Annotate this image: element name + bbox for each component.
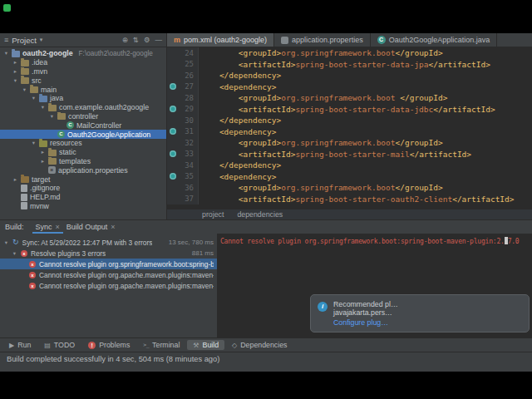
code-text[interactable]: <groupId>org.springframework.boot</group… — [199, 48, 443, 57]
chevron-icon[interactable]: ▾ — [49, 113, 55, 120]
tool-button-run[interactable]: ▶Run — [3, 340, 37, 350]
tree-item-resources[interactable]: ▾resources — [0, 139, 166, 148]
tree-item-help-md[interactable]: HELP.md — [0, 193, 166, 202]
code-text[interactable]: <groupId>org.springframework.boot</group… — [199, 138, 443, 147]
build-content: ▾↻Sync: At 5/29/2022 12:47 PM with 3 err… — [0, 234, 532, 337]
chevron-icon[interactable]: ▾ — [31, 140, 37, 146]
build-tree-item[interactable]: Cannot resolve plugin org.springframewor… — [0, 259, 217, 269]
chevron-icon[interactable]: ▾ — [12, 250, 17, 257]
code-text[interactable]: </dependency> — [199, 71, 281, 80]
dependency-gutter-icon[interactable] — [170, 128, 176, 135]
dependency-gutter-icon[interactable] — [170, 150, 176, 157]
code-text[interactable]: <artifactId>spring-boot-starter-data-jpa… — [199, 60, 490, 69]
build-tree-item[interactable]: Cannot resolve plugin org.apache.maven.p… — [0, 269, 217, 280]
build-tree-item[interactable]: ▾Resolve plugins 3 errors881 ms — [0, 248, 217, 259]
tree-item-controller[interactable]: ▾controller — [0, 112, 166, 121]
build-tab-build-output[interactable]: Build Output× — [63, 220, 119, 234]
tree-item-mvnw[interactable]: mvnw — [0, 202, 166, 211]
chevron-icon[interactable]: ▾ — [12, 77, 18, 84]
chevron-down-icon[interactable]: ▾ — [40, 37, 43, 43]
status-message: Build completed successfully in 4 sec, 5… — [7, 355, 219, 363]
tree-item-idea[interactable]: ▸.idea — [0, 58, 166, 67]
tree-item-templates[interactable]: ▸templates — [0, 157, 166, 166]
close-tab-icon[interactable]: × — [111, 223, 115, 231]
tree-item-java[interactable]: ▾java — [0, 94, 166, 103]
code-text[interactable]: <artifactId>spring-boot-starter-mail</ar… — [199, 150, 471, 159]
dependency-gutter-icon[interactable] — [170, 173, 176, 180]
tree-item-static[interactable]: ▸static — [0, 148, 166, 157]
code-text[interactable]: <artifactId>spring-boot-starter-oauth2-c… — [199, 195, 515, 204]
editor-line: 35 <dependency> — [167, 171, 532, 183]
project-toolbar-title[interactable]: Project — [12, 36, 37, 45]
breadcrumb-item-dependencies[interactable]: dependencies — [237, 210, 283, 219]
editor-tab-application-properties[interactable]: application.properties — [274, 33, 371, 47]
build-tree-item[interactable]: Cannot resolve plugin org.apache.maven.p… — [0, 280, 217, 291]
tree-item-main[interactable]: ▾main — [0, 85, 166, 94]
chevron-icon[interactable]: ▸ — [12, 176, 18, 183]
chevron-icon[interactable]: ▸ — [12, 68, 18, 75]
tree-item-label: com.example.oauth2google — [59, 103, 149, 111]
code-text[interactable]: <dependency> — [199, 127, 277, 136]
chevron-icon[interactable]: ▸ — [40, 158, 46, 165]
locate-file-icon[interactable]: ⊕ — [122, 36, 128, 44]
tree-item-label: .mvn — [32, 67, 47, 76]
editor-tab-oauth2googleapplication-java[interactable]: COauth2GoogleApplication.java — [371, 33, 498, 47]
build-tab-sync[interactable]: Sync× — [32, 220, 63, 234]
build-tab-label: Sync — [36, 223, 52, 231]
build-tree-item[interactable]: ▾↻Sync: At 5/29/2022 12:47 PM with 3 err… — [0, 237, 217, 248]
tree-item-mailcontroller[interactable]: MailController — [0, 121, 166, 130]
chevron-icon[interactable]: ▸ — [12, 59, 18, 66]
tree-item-gitignore[interactable]: .gitignore — [0, 184, 166, 193]
code-text[interactable]: <groupId>org.springframework.boot </grou… — [199, 93, 447, 102]
chevron-icon[interactable]: ▾ — [3, 50, 9, 57]
tool-button-dependencies[interactable]: ◇Dependencies — [226, 340, 293, 350]
settings-icon[interactable]: ⚙ — [144, 36, 150, 44]
terminal-icon: >_ — [143, 342, 149, 348]
editor-gutter: 32 — [167, 137, 199, 149]
editor-tab-pom-xml-oauth2-google[interactable]: mpom.xml (oauth2-google) — [167, 33, 274, 47]
tree-item-label: java — [50, 94, 63, 102]
tree-item-label: src — [32, 76, 42, 85]
build-console[interactable]: Cannot resolve plugin org.springframewor… — [218, 234, 532, 337]
code-text[interactable]: <dependency> — [199, 82, 277, 91]
tool-button-terminal[interactable]: >_Terminal — [137, 340, 185, 350]
editor-line: 30 </dependency> — [167, 115, 532, 126]
tree-item-oauth2googleapplication[interactable]: Oauth2GoogleApplication — [0, 130, 166, 139]
tree-item-label: .idea — [32, 58, 47, 66]
code-text[interactable]: </dependency> — [199, 160, 281, 170]
chevron-icon[interactable]: ▸ — [40, 149, 46, 155]
code-text[interactable]: <dependency> — [199, 172, 277, 181]
tool-button-problems[interactable]: !Problems — [82, 340, 135, 350]
code-text[interactable]: <artifactId>spring-boot-starter-data-jdb… — [199, 105, 495, 114]
tree-item-label: templates — [59, 157, 91, 165]
tree-item-target[interactable]: ▸target — [0, 175, 166, 184]
tool-button-build[interactable]: ⚒Build — [187, 340, 224, 350]
close-tab-icon[interactable]: × — [56, 223, 60, 231]
breadcrumb-item-project[interactable]: project — [202, 210, 224, 219]
tree-item-src[interactable]: ▾src — [0, 76, 166, 85]
code-text[interactable]: <groupId>org.springframework.boot</group… — [199, 183, 443, 192]
folder-icon — [21, 77, 29, 84]
collapse-all-icon[interactable]: ⇅ — [133, 36, 139, 44]
file-icon — [21, 185, 27, 192]
tool-button-todo[interactable]: ▤TODO — [38, 340, 81, 350]
properties-icon — [48, 166, 56, 174]
tree-item-detail: F:\oauth2\oauth2-google — [79, 50, 153, 57]
editor[interactable]: 24 <groupId>org.springframework.boot</gr… — [167, 47, 532, 209]
tree-item-oauth2-google[interactable]: ▾oauth2-googleF:\oauth2\oauth2-google — [0, 49, 166, 58]
editor-gutter: 24 — [167, 47, 199, 59]
chevron-icon[interactable]: ▾ — [31, 95, 37, 101]
tree-item-com-example-oauth2google[interactable]: ▾com.example.oauth2google — [0, 103, 166, 112]
dependency-gutter-icon[interactable] — [170, 83, 176, 90]
dependency-gutter-icon[interactable] — [170, 106, 176, 112]
code-text[interactable]: </dependency> — [199, 116, 281, 125]
hide-panel-icon[interactable]: — — [155, 36, 163, 44]
chevron-icon[interactable]: ▾ — [3, 239, 9, 246]
chevron-icon[interactable]: ▾ — [22, 86, 27, 93]
tree-item-mvn[interactable]: ▸.mvn — [0, 67, 166, 76]
tree-item-application-properties[interactable]: application.properties — [0, 165, 166, 175]
properties-file-icon — [281, 37, 288, 44]
editor-gutter: 27 — [167, 81, 199, 93]
chevron-icon[interactable]: ▾ — [40, 104, 46, 111]
configure-link[interactable]: Configure plug… — [333, 318, 522, 327]
